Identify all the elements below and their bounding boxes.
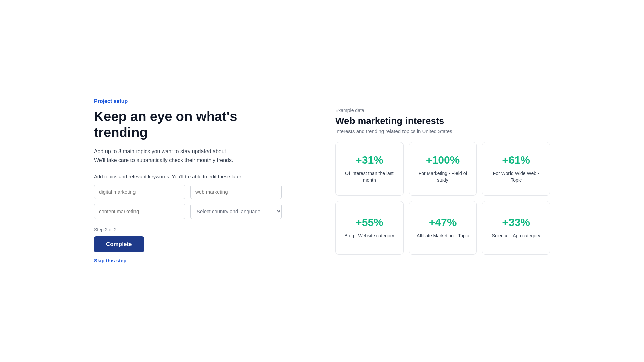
skip-step-link[interactable]: Skip this step [94,258,127,263]
chart-subtitle: Interests and trending related topics in… [335,128,550,134]
stat-description-1: Of interest than the last month [342,170,396,183]
stat-value-3: +61% [502,154,530,166]
stat-description-5: Affiliate Marketing - Topic [417,233,469,239]
stat-card-6: +33%Science - App category [482,201,550,255]
left-panel: Project setup Keep an eye on what's tren… [94,98,282,264]
page-container: Project setup Keep an eye on what's tren… [0,0,644,362]
stat-card-5: +47%Affiliate Marketing - Topic [409,201,477,255]
stat-card-3: +61%For World Wide Web - Topic [482,142,550,196]
cards-grid: +31%Of interest than the last month+100%… [335,142,550,255]
example-label: Example data [335,108,550,113]
description: Add up to 3 main topics you want to stay… [94,147,282,164]
stat-description-3: For World Wide Web - Topic [489,170,543,183]
stat-description-6: Science - App category [492,233,540,239]
stat-value-2: +100% [426,154,460,166]
stat-value-4: +55% [356,216,383,229]
stat-value-6: +33% [502,216,530,229]
project-setup-label: Project setup [94,98,282,104]
topics-label: Add topics and relevant keywords. You'll… [94,174,282,179]
topic-input-1[interactable] [94,185,185,199]
country-language-select[interactable]: Select country and language... [190,204,282,219]
stat-value-1: +31% [356,154,383,166]
right-panel: Example data Web marketing interests Int… [335,108,550,255]
topic-input-3[interactable] [94,204,185,219]
complete-button[interactable]: Complete [94,236,144,252]
step-label: Step 2 of 2 [94,227,282,232]
main-heading: Keep an eye on what's trending [94,108,282,140]
stat-card-2: +100%For Marketing - Field of study [409,142,477,196]
stat-card-1: +31%Of interest than the last month [335,142,404,196]
stat-description-4: Blog - Website category [344,233,394,239]
stat-description-2: For Marketing - Field of study [416,170,470,183]
stat-card-4: +55%Blog - Website category [335,201,404,255]
inputs-grid: Select country and language... [94,185,282,219]
stat-value-5: +47% [429,216,457,229]
chart-title: Web marketing interests [335,116,550,126]
topic-input-2[interactable] [190,185,282,199]
